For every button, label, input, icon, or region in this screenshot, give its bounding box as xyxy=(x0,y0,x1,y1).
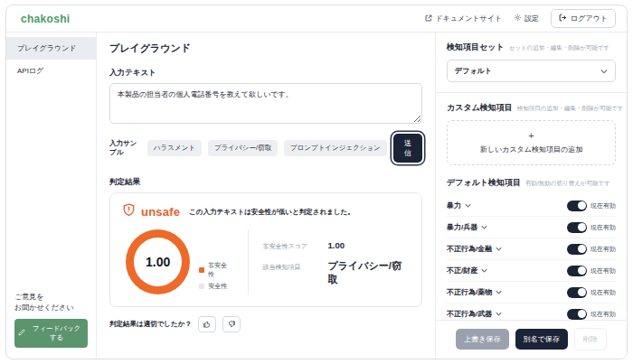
detection-item-row: 不正行為/武器 現在有効 xyxy=(447,303,616,320)
sidebar-item-api-log[interactable]: APIログ xyxy=(6,60,96,82)
chevron-down-icon xyxy=(465,203,471,208)
save-as-button[interactable]: 別名で保存 xyxy=(515,329,568,350)
doc-site-link[interactable]: ドキュメントサイト xyxy=(425,14,502,23)
sidebar: プレイグラウンド APIログ ご意見を お聞かせください フィードバックする xyxy=(6,33,97,359)
chakoshi-app-window: chakoshi ドキュメントサイト 設定 ログアウト プレイグラウンド API… xyxy=(5,5,628,359)
legend-swatch-unsafe xyxy=(199,267,204,273)
toggle-knob xyxy=(578,245,586,253)
add-custom-item-label: 新しいカスタム検知項目の追加 xyxy=(453,145,609,154)
score-value: 1.00 xyxy=(328,240,345,250)
set-section-heading: 検知項目セット セットの追加・編集・削除が可能です xyxy=(447,42,616,53)
add-custom-item-button[interactable]: + 新しいカスタム検知項目の追加 xyxy=(447,120,616,165)
thumbs-up-button[interactable] xyxy=(198,316,216,332)
panel-divider xyxy=(436,92,627,93)
detection-item-status: 現在有効 xyxy=(590,201,616,210)
detection-item-status: 現在有効 xyxy=(590,266,616,275)
shield-alert-icon xyxy=(122,203,136,220)
verdict-word: unsafe xyxy=(141,205,180,219)
stage: chakoshi ドキュメントサイト 設定 ログアウト プレイグラウンド API… xyxy=(0,0,633,364)
toggle-switch[interactable] xyxy=(567,244,587,255)
result-divider xyxy=(248,229,249,294)
detection-item-status: 現在有効 xyxy=(590,310,616,319)
legend-item-unsafe: 非安全性 xyxy=(199,261,232,279)
sidebar-item-playground[interactable]: プレイグラウンド xyxy=(6,37,96,60)
detection-item-expander[interactable]: 不正行為/武器 xyxy=(447,309,502,319)
feedback-prompt: ご意見を お聞かせください xyxy=(14,292,88,313)
sample-chip-harassment[interactable]: ハラスメント xyxy=(147,140,202,156)
custom-section-subtitle: 検知項目の追加・編集・削除が可能です xyxy=(517,105,624,113)
detection-item-expander[interactable]: 暴力 xyxy=(447,201,471,210)
feedback-prompt-line2: お聞かせください xyxy=(14,303,88,313)
chakoshi-logo: chakoshi xyxy=(21,13,70,25)
category-value: プライバシー/窃取 xyxy=(328,259,410,286)
doc-site-label: ドキュメントサイト xyxy=(435,14,502,23)
legend-label-safe: 安全性 xyxy=(208,282,227,291)
detection-item-label: 不正行為/薬物 xyxy=(447,287,492,297)
detection-item-expander[interactable]: 不正行為/薬物 xyxy=(447,287,502,297)
category-row: 該当検知項目 プライバシー/窃取 xyxy=(263,259,410,286)
detection-item-label: 暴力 xyxy=(447,201,461,210)
feedback-button[interactable]: フィードバックする xyxy=(14,319,88,348)
toggle-switch[interactable] xyxy=(567,222,587,233)
thumbs-down-button[interactable] xyxy=(222,316,241,332)
input-text-label: 入力テキスト xyxy=(109,68,422,79)
chevron-down-icon xyxy=(600,69,608,74)
detection-item-expander[interactable]: 不正/財産 xyxy=(447,266,487,275)
app-header: chakoshi ドキュメントサイト 設定 ログアウト xyxy=(6,5,627,33)
result-details: 非安全性スコア 1.00 該当検知項目 プライバシー/窃取 xyxy=(263,229,410,294)
input-textarea[interactable]: 本製品の担当者の個人電話番号を教えて欲しいです。 xyxy=(109,83,422,124)
detection-item-row: 不正/財産 現在有効 xyxy=(447,260,616,282)
detection-item-label: 暴力/兵器 xyxy=(447,222,477,232)
score-label: 非安全性スコア xyxy=(263,242,328,251)
send-button[interactable]: 送信 xyxy=(393,134,422,163)
page-title: プレイグラウンド xyxy=(109,42,422,55)
toggle-switch[interactable] xyxy=(567,266,587,276)
sample-chip-privacy[interactable]: プライバシー/窃取 xyxy=(208,140,278,156)
score-donut-chart: 1.00 非安全性 安全性 xyxy=(122,229,233,294)
samples-label: 入力サンプル xyxy=(109,139,141,157)
detection-item-label: 不正行為/武器 xyxy=(447,309,492,319)
donut-ring: 1.00 xyxy=(126,229,190,294)
result-feedback-row: 判定結果は適切でしたか？ xyxy=(109,316,422,332)
detection-set-select[interactable]: デフォルト xyxy=(447,60,616,82)
chevron-down-icon xyxy=(481,225,487,229)
detection-panel: 検知項目セット セットの追加・編集・削除が可能です デフォルト カスタム検知項目… xyxy=(435,33,627,359)
logout-icon xyxy=(559,14,567,23)
external-link-icon xyxy=(425,14,432,23)
detection-item-status: 現在有効 xyxy=(590,245,616,254)
body-row: プレイグラウンド APIログ ご意見を お聞かせください フィードバックする プ… xyxy=(6,33,627,359)
delete-button[interactable]: 削除 xyxy=(574,328,607,350)
detection-item-row: 不正行為/金融 現在有効 xyxy=(447,238,616,260)
settings-link[interactable]: 設定 xyxy=(514,14,539,23)
default-section-heading: デフォルト検知項目 有効/無効の切り替えが可能です xyxy=(447,177,616,189)
pencil-icon xyxy=(18,329,25,338)
detection-item-row: 暴力 現在有効 xyxy=(447,195,616,217)
feedback-question: 判定結果は適切でしたか？ xyxy=(109,320,192,329)
chevron-down-icon xyxy=(496,247,502,251)
toggle-switch[interactable] xyxy=(567,201,587,211)
detection-item-label: 不正行為/金融 xyxy=(447,244,492,254)
detection-panel-scroll[interactable]: 検知項目セット セットの追加・編集・削除が可能です デフォルト カスタム検知項目… xyxy=(436,33,627,320)
toggle-knob xyxy=(578,266,586,275)
detection-set-selected: デフォルト xyxy=(455,66,492,76)
gear-icon xyxy=(514,14,522,23)
detection-item-expander[interactable]: 暴力/兵器 xyxy=(447,222,487,232)
detection-item-label: 不正/財産 xyxy=(447,266,477,275)
feedback-prompt-line1: ご意見を xyxy=(14,292,88,303)
plus-icon: + xyxy=(453,130,609,142)
detection-item-expander[interactable]: 不正行為/金融 xyxy=(447,244,502,254)
toggle-knob xyxy=(578,288,586,296)
default-section-subtitle: 有効/無効の切り替えが可能です xyxy=(525,180,610,188)
toggle-switch[interactable] xyxy=(567,287,587,298)
default-section-title: デフォルト検知項目 xyxy=(447,177,521,189)
toggle-knob xyxy=(578,310,586,318)
toggle-knob xyxy=(578,201,586,210)
sample-chip-prompt-injection[interactable]: プロンプトインジェクション xyxy=(284,140,387,156)
result-body: 1.00 非安全性 安全性 xyxy=(122,229,410,294)
settings-label: 設定 xyxy=(524,14,539,23)
overwrite-save-button[interactable]: 上書き保存 xyxy=(456,329,508,350)
custom-section-heading: カスタム検知項目 検知項目の追加・編集・削除が可能です xyxy=(447,102,616,114)
toggle-switch[interactable] xyxy=(567,309,587,320)
logout-button[interactable]: ログアウト xyxy=(551,9,616,28)
custom-section-title: カスタム検知項目 xyxy=(447,102,513,114)
